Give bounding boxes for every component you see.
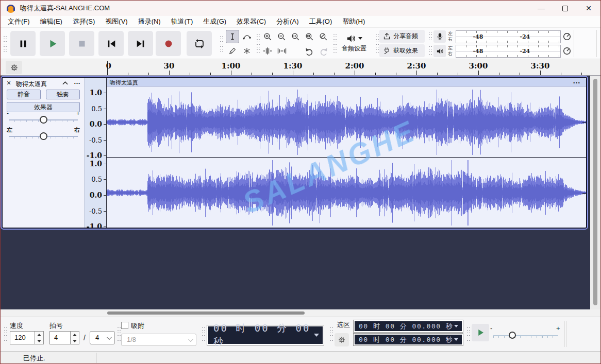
effects-button[interactable]: 效果器	[7, 102, 80, 112]
menu-item-8[interactable]: 分析(A)	[271, 16, 304, 27]
timeline-tick	[581, 73, 582, 75]
menu-item-5[interactable]: 轨道(T)	[166, 16, 198, 27]
beats-upper-input[interactable]: 4	[49, 331, 71, 344]
menu-item-1[interactable]: 编辑(E)	[35, 16, 68, 27]
zoom-to-project-button[interactable]	[303, 30, 316, 43]
timeline-options-button[interactable]	[6, 61, 22, 74]
zoom-to-selection-button[interactable]	[289, 30, 302, 43]
recording-meter-gripper[interactable]	[428, 31, 432, 42]
pan-slider-thumb[interactable]	[40, 132, 47, 140]
time-signature-gripper[interactable]	[4, 326, 7, 342]
draw-tool-button[interactable]	[226, 44, 239, 58]
zoom-in-button[interactable]	[261, 30, 274, 43]
track-name[interactable]: 吻得太逼真	[16, 80, 47, 89]
track-menu-icon[interactable]: …	[74, 78, 80, 85]
redo-button[interactable]	[316, 44, 330, 58]
solo-button[interactable]: 独奏	[46, 90, 80, 99]
playback-meter-button[interactable]	[433, 45, 446, 57]
recording-meter-button[interactable]	[433, 30, 446, 43]
selection-end-value[interactable]: 00 时 00 分 00.000 秒	[359, 335, 453, 344]
envelope-tool-button[interactable]	[240, 30, 254, 43]
playback-speed-slider[interactable]	[491, 331, 560, 341]
menu-item-7[interactable]: 效果器(C)	[231, 16, 271, 27]
menu-item-2[interactable]: 选择(S)	[68, 16, 100, 27]
audio-position-value[interactable]: 00 时 00 分 00 秒	[213, 322, 314, 349]
selection-options-button[interactable]	[335, 333, 349, 346]
pan-slider[interactable]	[7, 131, 80, 142]
time-format-caret-icon[interactable]	[454, 325, 458, 327]
share-gripper[interactable]	[375, 33, 379, 55]
selection-end-display[interactable]: 00 时 00 分 00.000 秒	[353, 333, 463, 346]
play-at-speed-button[interactable]	[472, 324, 489, 341]
menu-item-9[interactable]: 工具(O)	[304, 16, 337, 27]
tempo-input[interactable]: 120	[10, 331, 35, 344]
audio-position-display[interactable]: 00 时 00 分 00 秒	[207, 325, 324, 345]
minimize-button[interactable]: —	[529, 1, 553, 16]
trim-audio-button[interactable]	[261, 44, 274, 58]
snap-checkbox[interactable]	[121, 322, 128, 329]
beats-spin-up[interactable]	[71, 332, 79, 338]
selection-start-display[interactable]: 00 时 00 分 00.000 秒	[353, 320, 463, 333]
tempo-spinner[interactable]	[35, 331, 44, 344]
multi-tool-button[interactable]	[240, 44, 254, 58]
selection-start-value[interactable]: 00 时 00 分 00.000 秒	[359, 322, 453, 331]
playback-meter[interactable]: -48 -24	[456, 45, 561, 58]
snapping-gripper[interactable]	[117, 326, 121, 342]
recording-gain-knob-icon[interactable]	[562, 32, 572, 41]
menu-item-0[interactable]: 文件(F)	[3, 16, 35, 27]
maximize-button[interactable]	[553, 1, 577, 16]
playback-meter-gripper[interactable]	[428, 45, 432, 57]
recording-meter[interactable]: -48 -24	[456, 30, 561, 43]
tools-gripper[interactable]	[220, 35, 223, 53]
transport-gripper[interactable]	[3, 35, 7, 53]
menu-item-3[interactable]: 视图(V)	[100, 16, 132, 27]
undo-button[interactable]	[303, 44, 316, 58]
horizontal-scrollbar-thumb[interactable]	[107, 311, 305, 315]
gain-slider-thumb[interactable]	[40, 116, 47, 124]
loop-button[interactable]	[187, 31, 212, 56]
menu-item-4[interactable]: 播录(N)	[133, 16, 166, 27]
track-close-icon[interactable]: ×	[7, 79, 11, 87]
menu-item-6[interactable]: 生成(G)	[198, 16, 231, 27]
time-format-caret-icon[interactable]	[454, 338, 458, 341]
stop-button[interactable]	[69, 31, 94, 56]
selection-gripper[interactable]	[329, 326, 333, 342]
audio-setup-button[interactable]: 音频设置	[336, 30, 373, 57]
snap-interval-dropdown[interactable]: 1/8	[121, 334, 196, 346]
get-effects-button[interactable]: 获取效果	[379, 44, 425, 57]
horizontal-scrollbar[interactable]	[1, 309, 600, 317]
play-button[interactable]	[40, 31, 65, 56]
close-button[interactable]: ✕	[577, 1, 600, 16]
beats-spinner[interactable]	[71, 331, 79, 344]
speed-slider-thumb[interactable]	[509, 332, 516, 339]
vertical-scrollbar[interactable]	[590, 76, 600, 309]
edit-gripper[interactable]	[256, 33, 260, 55]
timeline-ruler[interactable]: 0301:001:302:002:303:003:30	[1, 59, 600, 76]
record-button[interactable]	[156, 31, 181, 56]
play-at-speed-gripper[interactable]	[466, 326, 470, 342]
zoom-out-button[interactable]	[275, 30, 288, 43]
clip-header[interactable]: 吻得太逼真 …	[107, 78, 586, 86]
mute-button[interactable]: 静音	[7, 90, 41, 99]
vertical-scrollbar-thumb[interactable]	[593, 79, 597, 305]
gain-slider[interactable]	[7, 115, 80, 125]
time-format-caret-icon[interactable]	[314, 334, 319, 337]
time-gripper[interactable]	[202, 326, 205, 342]
collapse-track-icon[interactable]	[62, 81, 68, 85]
tempo-spin-down[interactable]	[35, 338, 43, 344]
zoom-toggle-button[interactable]	[316, 30, 330, 43]
clip-menu-icon[interactable]: …	[573, 77, 581, 85]
pause-button[interactable]	[10, 31, 36, 56]
selection-tool-button[interactable]	[226, 30, 239, 43]
playback-volume-knob-icon[interactable]	[562, 46, 572, 56]
track-waveform-area[interactable]: 吻得太逼真 … SALANGHE	[107, 78, 586, 228]
skip-to-end-button[interactable]	[128, 31, 153, 56]
silence-audio-button[interactable]	[275, 44, 289, 58]
tempo-spin-up[interactable]	[35, 332, 43, 338]
skip-to-start-button[interactable]	[98, 31, 124, 56]
beats-spin-down[interactable]	[71, 338, 79, 344]
beats-lower-dropdown[interactable]: 4	[90, 331, 115, 344]
share-audio-button[interactable]: 分享音频	[379, 30, 425, 43]
amp-scale-tick	[104, 155, 106, 156]
menu-item-10[interactable]: 帮助(H)	[337, 16, 370, 27]
